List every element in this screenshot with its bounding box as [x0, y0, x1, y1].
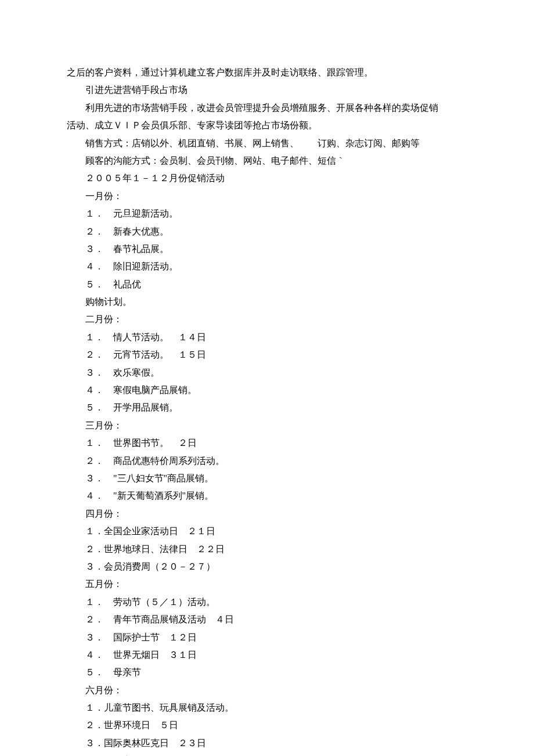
text-line: 一月份：: [67, 188, 467, 205]
text-line: ５． 礼品优: [67, 276, 467, 293]
text-line: ３．国际奥林匹克日 ２３日: [67, 735, 467, 752]
text-line: 购物计划。: [67, 293, 467, 311]
text-line: ３． 国际护士节 １２日: [67, 629, 467, 646]
text-line: 引进先进营销手段占市场: [67, 81, 467, 99]
text-line: 四月份：: [67, 505, 467, 523]
text-line: ２． 青年节商品展销及活动 ４日: [67, 611, 467, 628]
text-line: ５． 开学用品展销。: [67, 399, 467, 416]
text-line: ２． 商品优惠特价周系列活动。: [67, 452, 467, 470]
text-line: １．全国企业家活动日 ２１日: [67, 523, 467, 540]
text-line: ２００５年１－１２月份促销活动: [67, 170, 467, 187]
text-line: ３． 欢乐寒假。: [67, 364, 467, 381]
text-line: ４． "新天葡萄酒系列"展销。: [67, 487, 467, 505]
text-line: ２．世界地球日、法律日 ２２日: [67, 541, 467, 558]
text-line: ４． 世界无烟日 ３１日: [67, 646, 467, 664]
text-line: １． 元旦迎新活动。: [67, 205, 467, 222]
text-line: 销售方式：店销以外、机团直销、书展、网上销售、 订购、杂志订阅、邮购等: [67, 135, 467, 152]
text-line: １． 劳动节（５／１）活动。: [67, 593, 467, 611]
text-line: 利用先进的市场营销手段，改进会员管理提升会员增殖服务、开展各种各样的卖场促销: [67, 99, 467, 117]
text-line: 之后的客户资料，通过计算机建立客户数据库并及时走访联络、跟踪管理。: [67, 64, 467, 81]
text-line: ３． "三八妇女节"商品展销。: [67, 470, 467, 487]
document-page: 之后的客户资料，通过计算机建立客户数据库并及时走访联络、跟踪管理。引进先进营销手…: [0, 0, 534, 756]
text-line: ４． 寒假电脑产品展销。: [67, 381, 467, 399]
text-line: ２． 新春大优惠。: [67, 223, 467, 240]
text-line: ５． 母亲节: [67, 664, 467, 681]
text-line: １． 世界图书节。 ２日: [67, 434, 467, 452]
text-line: 二月份：: [67, 311, 467, 328]
text-line: １．儿童节图书、玩具展销及活动。: [67, 699, 467, 717]
text-line: １． 情人节活动。 １４日: [67, 329, 467, 346]
text-line: 六月份：: [67, 682, 467, 699]
text-line: ４． 除旧迎新活动。: [67, 258, 467, 275]
text-line: 顾客的沟能方式：会员制、会员刊物、网站、电子邮件、短信｀: [67, 152, 467, 170]
text-line: 活动、成立ＶＩＰ会员俱乐部、专家导读团等抢占市场份额。: [67, 117, 467, 134]
text-line: ３． 春节礼品展。: [67, 240, 467, 258]
text-line: 三月份：: [67, 417, 467, 434]
text-line: ２． 元宵节活动。 １５日: [67, 346, 467, 363]
text-line: ３．会员消费周（２０－２７）: [67, 558, 467, 575]
text-line: 五月份：: [67, 575, 467, 593]
text-line: ２．世界环境日 ５日: [67, 717, 467, 734]
text-line: ４． 父亲节: [67, 752, 467, 756]
